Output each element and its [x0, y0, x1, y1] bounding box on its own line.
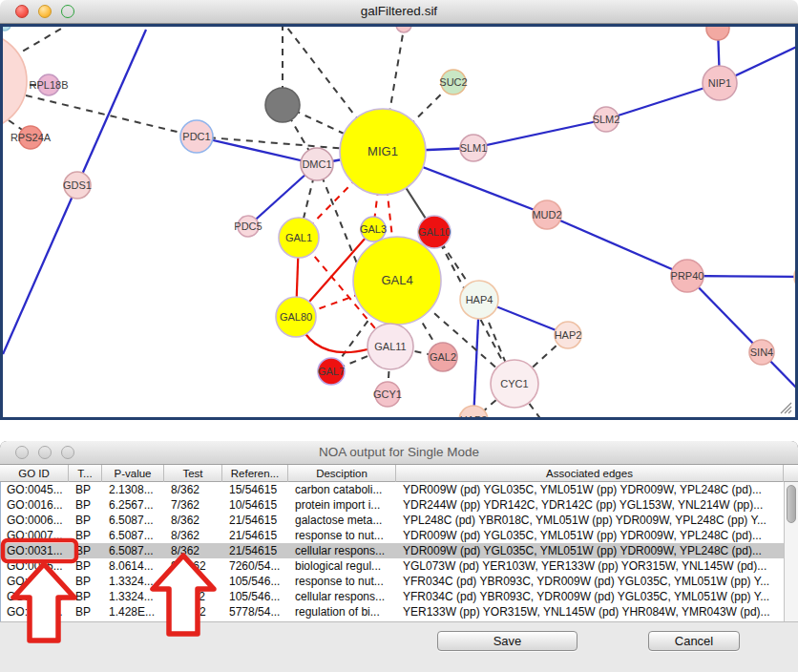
table-cell: 8/362	[165, 528, 223, 543]
table-row[interactable]: GO:0006...BP6.5087...8/36221/54615galact…	[1, 513, 785, 528]
node-label-SLM1: SLM1	[460, 142, 488, 154]
node-label-RPS24A: RPS24A	[10, 132, 52, 143]
node-topleft-sliver[interactable]	[3, 27, 10, 31]
table-cell: 7260/54...	[223, 558, 289, 574]
table-cell: 1.428E...	[103, 604, 165, 620]
cancel-button[interactable]: Cancel	[648, 631, 740, 651]
table-body: GO:0045...BP2.1308...8/36215/54615carbon…	[0, 482, 798, 621]
node-label-MUD2: MUD2	[532, 209, 561, 220]
table-cell: 80/362	[165, 604, 223, 620]
node-label-GAL7: GAL7	[318, 366, 345, 377]
column-header-test[interactable]: Test	[164, 465, 222, 482]
network-window: galFiltered.sif MIG1GAL4RPL18BRPS24AGDS1…	[0, 0, 798, 420]
graph-edge-pd[interactable]	[26, 95, 197, 136]
table-cell: 21/54615	[223, 513, 289, 528]
graph-edge-pd[interactable]	[12, 27, 84, 57]
graph-edge-pp[interactable]	[77, 30, 146, 185]
scrollbar-thumb[interactable]	[787, 485, 796, 523]
table-cell: 8/362	[165, 543, 223, 558]
node-label-CYC1: CYC1	[500, 378, 528, 389]
node-label-NIP1: NIP1	[708, 77, 731, 89]
noa-window-title: NOA output for Single Mode	[0, 445, 798, 459]
table-cell: 15/54615	[223, 482, 289, 497]
node-label-GAL3: GAL3	[360, 223, 387, 235]
column-header-desciption[interactable]: Desciption	[288, 465, 396, 482]
node-label-PRP40: PRP40	[671, 270, 704, 282]
node-label-GAL1: GAL1	[285, 232, 312, 243]
table-cell: YGL073W (pd) YER103W, YER133W (pp) YOR31…	[397, 558, 785, 574]
table-cell: BP	[70, 589, 103, 604]
node-label-PDC1: PDC1	[182, 131, 210, 142]
table-cell: YDR009W (pd) YGL035C, YML051W (pp) YDR00…	[397, 543, 785, 558]
node-big-pink[interactable]	[3, 32, 27, 130]
column-header-t-[interactable]: T...	[69, 465, 102, 482]
column-header-associated-edges[interactable]: Associated edges	[396, 465, 784, 482]
network-window-title: galFiltered.sif	[0, 4, 798, 18]
network-graph: MIG1GAL4RPL18BRPS24AGDS1PDC1PDC5DMC1SUC2…	[3, 27, 795, 417]
table-cell: 11/362	[165, 589, 223, 604]
table-cell: GO:0006...	[1, 513, 70, 528]
graph-edge-pp[interactable]	[3, 185, 77, 354]
graph-edge-pp[interactable]	[197, 136, 317, 164]
screen: galFiltered.sif MIG1GAL4RPL18BRPS24AGDS1…	[0, 0, 798, 672]
noa-output-window: NOA output for Single Mode GO IDT...P-va…	[0, 441, 798, 672]
node-label-SLM2: SLM2	[593, 114, 620, 125]
table-cell: YPL248C (pd) YBR018C, YML051W (pp) YDR00…	[397, 513, 785, 528]
table-cell: 8.0614...	[103, 558, 165, 574]
node-label-PDC5: PDC5	[234, 220, 262, 232]
table-row[interactable]: GO:0007...BP6.5087...8/36221/54615respon…	[1, 528, 785, 543]
table-cell: 21/54615	[223, 543, 289, 558]
table-cell: 6.5087...	[103, 543, 165, 558]
table-row[interactable]: GO:0050...BP1.428E...80/3625778/54...reg…	[1, 604, 785, 620]
table-cell: YFR034C (pd) YBR093C, YDR009W (pd) YGL03…	[397, 574, 785, 589]
column-header-referen-[interactable]: Referen...	[222, 465, 288, 482]
table-header: GO IDT...P-valueTestReferen...Desciption…	[0, 465, 798, 482]
table-cell: 1.3324...	[103, 574, 165, 589]
noa-window-titlebar[interactable]: NOA output for Single Mode	[0, 441, 798, 465]
node-label-GAL10: GAL10	[418, 226, 451, 238]
table-cell: BP	[70, 482, 103, 497]
table-cell: 1.3324...	[103, 589, 165, 604]
network-canvas[interactable]: MIG1GAL4RPL18BRPS24AGDS1PDC1PDC5DMC1SUC2…	[0, 24, 798, 420]
table-row-selected[interactable]: GO:0031...BP6.5087...8/36221/54615cellul…	[1, 543, 785, 558]
table-cell: 11/362	[165, 574, 223, 589]
node-label-GDS1: GDS1	[63, 179, 92, 191]
table-cell: 2.1308...	[103, 482, 165, 497]
table-cell: GO:0016...	[1, 497, 70, 513]
node-label-DMC1: DMC1	[302, 158, 331, 170]
table-cell: 5778/54...	[223, 604, 289, 620]
table-cell: YER133W (pp) YOR315W, YNL145W (pd) YHR08…	[397, 604, 785, 620]
noa-footer: Save Cancel	[0, 621, 798, 672]
table-row[interactable]: GO:0031...BP1.3324...11/362105/546...cel…	[1, 589, 785, 604]
column-header-p-value[interactable]: P-value	[102, 465, 164, 482]
table-row[interactable]: GO:0045...BP2.1308...8/36215/54615carbon…	[1, 482, 785, 497]
table-row[interactable]: GO:0065...BP8.0614...94/3627260/54...bio…	[1, 558, 785, 574]
node-label-GAL4: GAL4	[381, 273, 412, 287]
vertical-scrollbar[interactable]	[784, 482, 798, 621]
node-gray-node[interactable]	[265, 88, 300, 122]
graph-edge-pp[interactable]	[473, 119, 606, 148]
table-cell: 10/54615	[223, 497, 289, 513]
table-cell: 6.5087...	[103, 528, 165, 543]
node-top-node-1[interactable]	[396, 27, 411, 32]
save-button[interactable]: Save	[437, 631, 578, 651]
graph-edge-pp[interactable]	[547, 215, 687, 276]
table-cell: 94/362	[165, 558, 223, 574]
node-top-node-2[interactable]	[706, 27, 729, 40]
network-window-titlebar[interactable]: galFiltered.sif	[0, 0, 798, 24]
table-cell: GO:0031...	[1, 574, 70, 589]
node-label-SUC2: SUC2	[439, 76, 467, 88]
table-row[interactable]: GO:0031...BP1.3324...11/362105/546...res…	[1, 574, 785, 589]
node-label-SIN4: SIN4	[750, 346, 773, 358]
table-row[interactable]: GO:0016...BP6.2567...7/36210/54615protei…	[1, 497, 785, 513]
node-label-HAP2: HAP2	[555, 329, 582, 341]
table-cell: 8/362	[165, 482, 223, 497]
table-cell: 105/546...	[223, 589, 289, 604]
table-cell: YFR034C (pd) YBR093C, YDR009W (pd) YGL03…	[397, 589, 785, 604]
table-cell: galactose meta...	[289, 513, 397, 528]
table-cell: GO:0031...	[1, 589, 70, 604]
column-header-go-id[interactable]: GO ID	[0, 465, 69, 482]
table-cell: YDR009W (pd) YGL035C, YML051W (pp) YDR00…	[397, 528, 785, 543]
table-cell: response to nut...	[289, 574, 397, 589]
resize-grip[interactable]	[777, 399, 792, 414]
